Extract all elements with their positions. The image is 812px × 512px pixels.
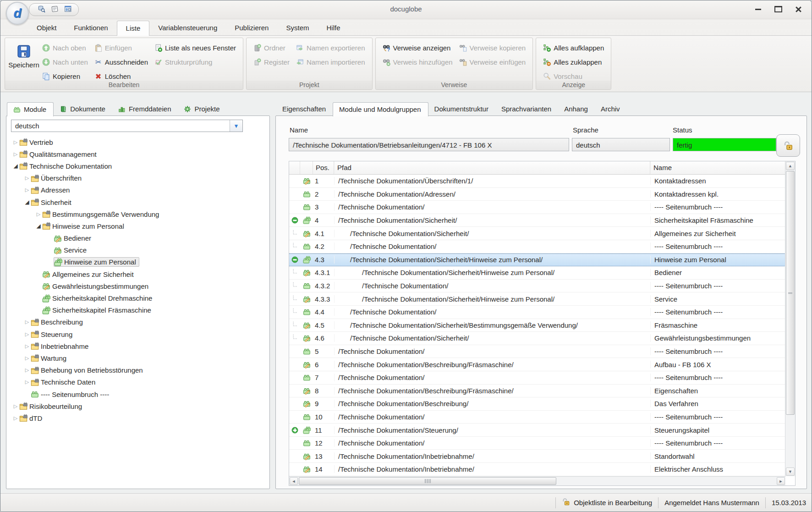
database-search-icon[interactable] bbox=[38, 5, 45, 14]
ribbon-button-alles-aufklappen[interactable]: Alles aufklappen bbox=[540, 41, 607, 55]
ribbon-button-nach-oben[interactable]: Nach oben bbox=[39, 41, 91, 55]
ribbon-button-verweise-anzeigen[interactable]: ?Verweise anzeigen bbox=[379, 41, 456, 55]
tab-fremddateien[interactable]: Fremddateien bbox=[112, 102, 178, 116]
tree-item[interactable]: ▷Qualitätsmanagement bbox=[9, 148, 268, 160]
horizontal-scroll-thumb[interactable] bbox=[299, 477, 556, 485]
tab-module[interactable]: Module bbox=[7, 102, 54, 116]
table-row[interactable]: 5 /Technische Dokumentation/ ---- Seiten… bbox=[289, 345, 785, 358]
scroll-right-icon[interactable] bbox=[777, 477, 785, 485]
table-row[interactable]: 4.5 /Technische Dokumentation/Sicherheit… bbox=[289, 319, 785, 332]
tab-sprachvarianten[interactable]: Sprachvarianten bbox=[495, 102, 558, 116]
table-row[interactable]: 4.3.1 /Technische Dokumentation/Sicherhe… bbox=[289, 266, 785, 280]
ribbon-button-register[interactable]: Register bbox=[250, 55, 293, 69]
tree-item[interactable]: ▷Adressen bbox=[9, 184, 268, 196]
tab-dokumente[interactable]: Dokumente bbox=[54, 102, 112, 116]
ribbon-button-nach-unten[interactable]: Nach unten bbox=[39, 55, 91, 69]
tab-projekte[interactable]: Projekte bbox=[178, 102, 226, 116]
tree-item[interactable]: Allgemeines zur Sicherheit bbox=[9, 268, 268, 280]
ribbon-button-alles-zuklappen[interactable]: Alles zuklappen bbox=[540, 55, 607, 69]
ribbon-button-ordner[interactable]: Ordner bbox=[250, 41, 293, 55]
table-row[interactable]: 2 /Technische Dokumentation/Adressen/ Ko… bbox=[289, 188, 785, 201]
tree-item[interactable]: Sicherheitskapitel Fräsmaschine bbox=[9, 304, 268, 316]
menu-tab-liste[interactable]: Liste bbox=[117, 21, 150, 36]
minimize-button[interactable] bbox=[751, 4, 765, 14]
tab-eigenschaften[interactable]: Eigenschaften bbox=[276, 102, 333, 116]
maximize-button[interactable] bbox=[771, 4, 785, 14]
close-button[interactable] bbox=[791, 4, 805, 14]
language-field[interactable]: deutsch bbox=[572, 138, 670, 151]
tab-archiv[interactable]: Archiv bbox=[595, 102, 627, 116]
tree-item[interactable]: ▷Behebung von Betriebsstörungen bbox=[9, 364, 268, 376]
menu-tab-hilfe[interactable]: Hilfe bbox=[318, 21, 349, 35]
tab-dokumentstruktur[interactable]: Dokumentstruktur bbox=[428, 102, 495, 116]
tree-item[interactable]: ◢Sicherheit bbox=[9, 196, 268, 208]
ribbon-button-verweise-kopieren[interactable]: Verweise kopieren bbox=[456, 41, 529, 55]
tree-expanded-arrow-icon[interactable]: ◢ bbox=[35, 223, 42, 229]
ribbon-button-einfügen[interactable]: Einfügen bbox=[91, 41, 151, 55]
table-row[interactable]: 4.1 /Technische Dokumentation/Sicherheit… bbox=[289, 227, 785, 240]
chevron-down-icon[interactable]: ▼ bbox=[230, 120, 242, 132]
tree-item[interactable]: ▷Bestimmungsgemäße Verwendung bbox=[9, 208, 268, 220]
vertical-scroll-thumb[interactable] bbox=[786, 171, 795, 415]
table-row[interactable]: 12 /Technische Dokumentation/ ---- Seite… bbox=[289, 437, 785, 450]
tree-collapsed-arrow-icon[interactable]: ▷ bbox=[23, 379, 31, 385]
table-row[interactable]: 4.3 /Technische Dokumentation/Sicherheit… bbox=[289, 253, 785, 267]
scroll-up-icon[interactable] bbox=[786, 162, 795, 170]
scroll-down-icon[interactable] bbox=[786, 468, 795, 476]
tree-collapsed-arrow-icon[interactable]: ▷ bbox=[23, 175, 31, 181]
tree-item[interactable]: Hinweise zum Personal bbox=[9, 256, 268, 268]
tree-item[interactable]: ▷Vertrieb bbox=[9, 136, 268, 148]
app-logo[interactable]: d bbox=[6, 2, 29, 25]
table-row[interactable]: 6 /Technische Dokumentation/Beschreibung… bbox=[289, 358, 785, 371]
table-row[interactable]: 4.3.2 /Technische Dokumentation/ ---- Se… bbox=[289, 280, 785, 293]
table-row[interactable]: 4.4 /Technische Dokumentation/ ---- Seit… bbox=[289, 306, 785, 319]
tree-collapsed-arrow-icon[interactable]: ▷ bbox=[35, 211, 42, 217]
table-row[interactable]: 7 /Technische Dokumentation/ ---- Seiten… bbox=[289, 371, 785, 385]
tree-item[interactable]: Service bbox=[9, 244, 268, 256]
tree-expanded-arrow-icon[interactable]: ◢ bbox=[12, 163, 19, 169]
tree-item[interactable]: ◢Technische Dokumentation bbox=[9, 160, 268, 172]
horizontal-scrollbar[interactable] bbox=[289, 476, 785, 485]
tree-collapsed-arrow-icon[interactable]: ▷ bbox=[12, 415, 19, 421]
tree-item[interactable]: ◢Hinweise zum Personal bbox=[9, 220, 268, 232]
tree-item[interactable]: Bediener bbox=[9, 232, 268, 244]
tree-item[interactable]: ▷Wartung bbox=[9, 352, 268, 364]
tree-collapsed-arrow-icon[interactable]: ▷ bbox=[23, 343, 31, 349]
menu-tab-publizieren[interactable]: Publizieren bbox=[226, 21, 277, 35]
lock-toggle-button[interactable] bbox=[776, 134, 800, 157]
table-row[interactable]: 9 /Technische Dokumentation/Beschreibung… bbox=[289, 397, 785, 411]
tree-collapsed-arrow-icon[interactable]: ▷ bbox=[23, 355, 31, 361]
tree-collapsed-arrow-icon[interactable]: ▷ bbox=[23, 331, 31, 337]
ribbon-button-verweis-hinzufügen[interactable]: Verweis hinzufügen bbox=[379, 55, 456, 69]
tab-anhang[interactable]: Anhang bbox=[558, 102, 595, 116]
column-header-pos[interactable]: Pos. bbox=[313, 161, 334, 174]
table-row[interactable]: 8 /Technische Dokumentation/Beschreibung… bbox=[289, 385, 785, 398]
tab-module-und-modulgruppen[interactable]: Module und Modulgruppen bbox=[333, 102, 428, 116]
ribbon-button-liste-als-neues-fenster[interactable]: Liste als neues Fenster bbox=[151, 41, 239, 55]
quick-access-toolbar[interactable] bbox=[29, 3, 79, 16]
menu-tab-funktionen[interactable]: Funktionen bbox=[65, 21, 116, 35]
tree-item[interactable]: Sicherheitskapitel Drehmaschine bbox=[9, 292, 268, 304]
vertical-scrollbar[interactable] bbox=[785, 161, 795, 476]
tree-collapsed-arrow-icon[interactable]: ▷ bbox=[23, 367, 31, 373]
tree-item[interactable]: ▷dTD bbox=[9, 412, 268, 424]
tree-item[interactable]: Gewährleistungsbestimmungen bbox=[9, 280, 268, 292]
tree-item[interactable]: ▷Steuerung bbox=[9, 328, 268, 340]
tree-expanded-arrow-icon[interactable]: ◢ bbox=[23, 199, 31, 205]
table-row[interactable]: 4.3.3 /Technische Dokumentation/Sicherhe… bbox=[289, 292, 785, 306]
ribbon-button-speichern[interactable]: Speichern bbox=[9, 41, 39, 69]
table-row[interactable]: 11 /Technische Dokumentation/Steuerung/ … bbox=[289, 424, 785, 437]
table-row[interactable]: 13 /Technische Dokumentation/Inbetriebna… bbox=[289, 450, 785, 463]
table-row[interactable]: 14 /Technische Dokumentation/Inbetriebna… bbox=[289, 463, 785, 476]
name-field[interactable]: /Technische Dokumentation/Betriebsanleit… bbox=[289, 138, 569, 151]
tree-collapsed-arrow-icon[interactable]: ▷ bbox=[12, 151, 19, 157]
table-row[interactable]: 1 /Technische Dokumentation/Überschrifte… bbox=[289, 175, 785, 188]
tree-item[interactable]: ▷Risikobeurteilung bbox=[9, 400, 268, 412]
tree-item[interactable]: ▷Technische Daten bbox=[9, 376, 268, 388]
table-row[interactable]: 4.2 /Technische Dokumentation/ ---- Seit… bbox=[289, 240, 785, 253]
table-row[interactable]: 10 /Technische Dokumentation/ ---- Seite… bbox=[289, 411, 785, 424]
menu-tab-system[interactable]: System bbox=[277, 21, 318, 35]
table-row[interactable]: 3 /Technische Dokumentation/ ---- Seiten… bbox=[289, 201, 785, 214]
tree-item[interactable]: ---- Seitenumbruch ---- bbox=[9, 388, 268, 400]
column-header-name[interactable]: Name bbox=[650, 161, 785, 174]
